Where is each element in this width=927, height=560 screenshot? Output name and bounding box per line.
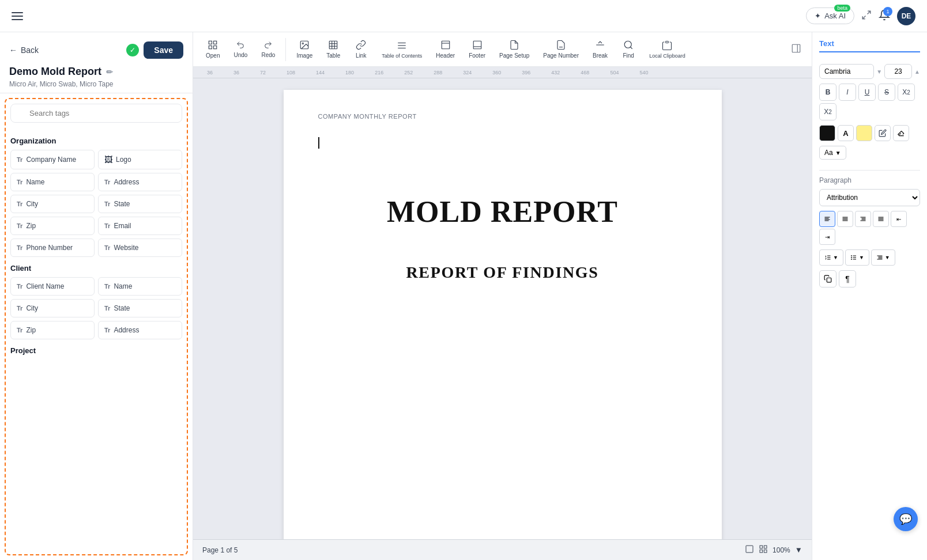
tag-label: Address bbox=[114, 178, 139, 186]
footer-button[interactable]: Footer bbox=[463, 37, 491, 61]
panel-toggle-button[interactable] bbox=[787, 40, 805, 59]
tag-icon: Tr bbox=[104, 305, 110, 312]
edit-icon[interactable]: ✏ bbox=[106, 67, 113, 77]
search-tags-input[interactable] bbox=[10, 104, 182, 123]
line-spacing-button[interactable]: ▼ bbox=[871, 249, 895, 266]
tag-client-state[interactable]: Tr State bbox=[98, 299, 182, 317]
aa-button[interactable]: Aa ▼ bbox=[819, 146, 846, 160]
expand-button[interactable] bbox=[861, 10, 872, 22]
strikethrough-button[interactable]: S bbox=[878, 84, 895, 101]
tag-phone[interactable]: Tr Phone Number bbox=[10, 239, 95, 257]
tag-client-zip[interactable]: Tr Zip bbox=[10, 321, 95, 339]
main-title: MOLD REPORT bbox=[318, 195, 687, 229]
underline-button[interactable]: U bbox=[858, 84, 876, 101]
bold-button[interactable]: B bbox=[819, 84, 836, 101]
tags-panel: 🔍 Organization Tr Company Name 🖼 Logo Tr… bbox=[5, 98, 188, 555]
attribution-select[interactable]: Attribution bbox=[819, 189, 920, 206]
highlight-color-yellow[interactable] bbox=[856, 125, 872, 141]
tag-website[interactable]: Tr Website bbox=[98, 239, 182, 257]
report-title: Demo Mold Report ✏ bbox=[9, 66, 183, 78]
eraser-button[interactable] bbox=[893, 125, 909, 141]
tag-logo[interactable]: 🖼 Logo bbox=[98, 150, 182, 169]
back-button[interactable]: ← Back bbox=[9, 46, 39, 55]
svg-rect-27 bbox=[746, 546, 753, 553]
notifications-button[interactable]: 1 bbox=[879, 9, 890, 22]
nav-left bbox=[12, 12, 23, 20]
svg-rect-2 bbox=[209, 41, 212, 44]
clipboard-button[interactable]: Local Clipboard bbox=[643, 38, 691, 61]
tag-icon: Tr bbox=[104, 222, 110, 229]
indent-decrease-button[interactable]: ⇤ bbox=[891, 211, 907, 227]
redo-button[interactable]: Redo bbox=[255, 38, 281, 60]
tag-icon: Tr bbox=[17, 327, 22, 334]
text-color-a[interactable]: A bbox=[838, 125, 854, 141]
page-setup-button[interactable]: Page Setup bbox=[493, 37, 535, 61]
hamburger-menu[interactable] bbox=[12, 12, 23, 20]
tag-client-city[interactable]: Tr City bbox=[10, 299, 95, 317]
superscript-button[interactable]: X2 bbox=[898, 84, 915, 101]
subscript-button[interactable]: X2 bbox=[819, 103, 836, 120]
font-size-input[interactable] bbox=[884, 64, 912, 79]
document-scroll[interactable]: COMPANY MONTHLY REPORT MOLD REPORT REPOR… bbox=[193, 78, 812, 539]
page-number-button[interactable]: Page Number bbox=[537, 37, 585, 61]
tag-icon: Tr bbox=[17, 222, 22, 229]
undo-button[interactable]: Undo bbox=[228, 38, 253, 60]
image-button[interactable]: Image bbox=[291, 37, 318, 61]
document-page: COMPANY MONTHLY REPORT MOLD REPORT REPOR… bbox=[284, 90, 722, 539]
tag-city[interactable]: Tr City bbox=[10, 195, 95, 213]
tag-label: Address bbox=[114, 326, 139, 334]
svg-rect-8 bbox=[330, 41, 338, 49]
header-button[interactable]: Header bbox=[430, 37, 461, 61]
tag-address[interactable]: Tr Address bbox=[98, 173, 182, 191]
align-center-button[interactable] bbox=[837, 211, 853, 227]
copy-format-button[interactable] bbox=[819, 270, 836, 287]
unordered-list-button[interactable]: ▼ bbox=[845, 249, 869, 266]
save-button[interactable]: Save bbox=[144, 41, 183, 59]
break-button[interactable]: Break bbox=[587, 37, 613, 61]
page-total: 5 bbox=[234, 546, 238, 554]
ask-ai-button[interactable]: ✦ Ask AI beta bbox=[806, 7, 854, 24]
svg-point-55 bbox=[851, 258, 851, 258]
tag-client-name2[interactable]: Tr Name bbox=[98, 277, 182, 296]
text-cursor bbox=[318, 137, 319, 149]
right-panel: Text Cambria ▼ ▲ B I U S X2 X2 A bbox=[812, 32, 927, 560]
sidebar-header: ← Back ✓ Save Demo Mold Report ✏ Micro A… bbox=[0, 32, 193, 93]
tag-email[interactable]: Tr Email bbox=[98, 217, 182, 235]
chat-bubble[interactable]: 💬 bbox=[894, 507, 918, 531]
tag-label: Website bbox=[114, 244, 138, 252]
svg-rect-3 bbox=[214, 41, 217, 44]
find-button[interactable]: Find bbox=[616, 37, 641, 61]
align-right-button[interactable] bbox=[855, 211, 871, 227]
tag-org-name[interactable]: Tr Name bbox=[10, 173, 95, 191]
text-color-black[interactable] bbox=[819, 125, 835, 141]
pencil-icon-button[interactable] bbox=[875, 125, 891, 141]
tag-label: State bbox=[114, 200, 130, 208]
paragraph-marks-button[interactable]: ¶ bbox=[839, 270, 856, 287]
italic-button[interactable]: I bbox=[839, 84, 856, 101]
tag-state[interactable]: Tr State bbox=[98, 195, 182, 213]
tag-company-name[interactable]: Tr Company Name bbox=[10, 150, 95, 169]
page-view-button[interactable] bbox=[745, 544, 754, 555]
open-button[interactable]: Open bbox=[200, 37, 225, 61]
tag-icon: Tr bbox=[17, 244, 22, 251]
link-button[interactable]: Link bbox=[348, 37, 374, 61]
toc-button[interactable]: Table of Contents bbox=[376, 38, 428, 61]
grid-view-button[interactable] bbox=[759, 544, 768, 555]
nav-right: ✦ Ask AI beta 1 DE bbox=[806, 7, 915, 25]
tag-client-name[interactable]: Tr Client Name bbox=[10, 277, 95, 296]
tag-zip[interactable]: Tr Zip bbox=[10, 217, 95, 235]
align-justify-button[interactable] bbox=[873, 211, 889, 227]
user-avatar[interactable]: DE bbox=[897, 7, 915, 25]
table-button[interactable]: Table bbox=[321, 37, 346, 61]
tag-icon: Tr bbox=[17, 179, 22, 186]
format-row: B I U S X2 X2 bbox=[819, 84, 920, 120]
tag-client-address[interactable]: Tr Address bbox=[98, 321, 182, 339]
list-row: ▼ ▼ ▼ bbox=[819, 249, 920, 266]
zoom-dropdown[interactable]: ▼ bbox=[795, 546, 802, 554]
ordered-list-button[interactable]: ▼ bbox=[819, 249, 843, 266]
indent-increase-button[interactable]: ⇥ bbox=[819, 229, 835, 245]
org-tags-grid: Tr Company Name 🖼 Logo Tr Name Tr Addres… bbox=[10, 150, 182, 257]
align-left-button[interactable] bbox=[819, 211, 835, 227]
svg-rect-18 bbox=[473, 41, 481, 49]
font-family-select[interactable]: Cambria bbox=[819, 64, 874, 79]
